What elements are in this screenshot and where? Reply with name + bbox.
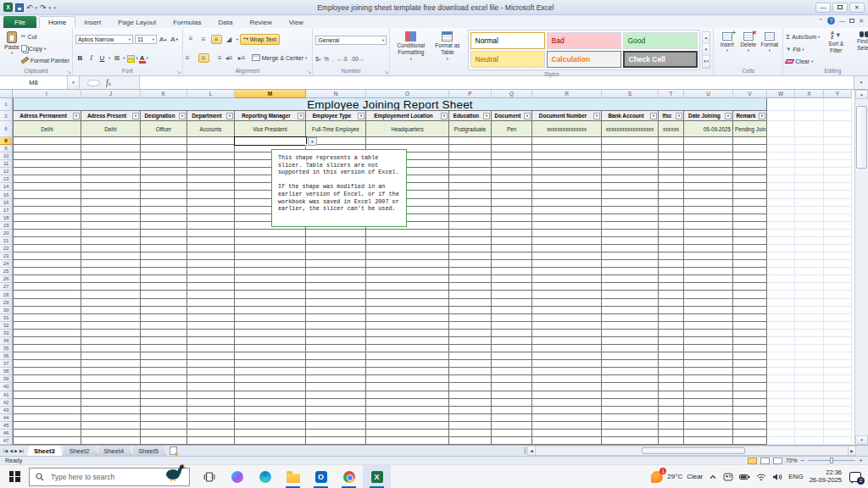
cell-N30[interactable]: [306, 307, 366, 314]
cell[interactable]: [795, 430, 824, 437]
cell-K39[interactable]: [141, 375, 187, 383]
cell-R28[interactable]: [532, 291, 602, 298]
cell-V17[interactable]: [733, 207, 767, 214]
cell-K37[interactable]: [141, 360, 187, 368]
cell[interactable]: [795, 175, 824, 183]
cell[interactable]: [795, 207, 824, 214]
cell-I32[interactable]: [13, 322, 81, 330]
cell-U34[interactable]: [684, 337, 733, 345]
cell-S28[interactable]: [602, 291, 659, 298]
cell-R24[interactable]: [532, 260, 602, 268]
cell-M39[interactable]: [235, 375, 306, 383]
cell-style-calculation[interactable]: Calculation: [547, 51, 621, 68]
cell-S35[interactable]: [602, 345, 659, 352]
row-header-21[interactable]: 21: [0, 237, 13, 245]
data-cell-J6[interactable]: Delhi: [81, 121, 141, 137]
cell[interactable]: [795, 375, 824, 383]
cell-V47[interactable]: [733, 437, 767, 445]
cell-J17[interactable]: [81, 207, 141, 214]
cell-style-good[interactable]: Good: [623, 32, 698, 49]
row-header-22[interactable]: 22: [0, 245, 13, 252]
cell-P35[interactable]: [449, 345, 492, 352]
cell[interactable]: [795, 345, 824, 352]
cell[interactable]: [824, 191, 852, 198]
cell[interactable]: [767, 399, 795, 407]
insert-function-button[interactable]: [87, 80, 100, 86]
cell[interactable]: [795, 299, 824, 307]
workbook-restore-icon[interactable]: [849, 19, 854, 23]
cell-N29[interactable]: [306, 299, 366, 307]
row-header-40[interactable]: 40: [0, 383, 13, 391]
cell-K42[interactable]: [141, 399, 187, 407]
cell[interactable]: [824, 307, 852, 314]
cell-V8[interactable]: [733, 137, 767, 145]
cell-R8[interactable]: [532, 137, 602, 145]
column-header-O[interactable]: O: [366, 90, 449, 98]
cell-P26[interactable]: [449, 275, 492, 283]
horizontal-scrollbar[interactable]: [536, 446, 848, 456]
zoom-level[interactable]: 70%: [786, 458, 798, 463]
cell-R23[interactable]: [532, 252, 602, 260]
cell-U15[interactable]: [684, 191, 733, 198]
cell-I30[interactable]: [13, 307, 81, 314]
maximize-button[interactable]: [832, 3, 848, 13]
cell-T38[interactable]: [659, 368, 684, 375]
cell-M23[interactable]: [235, 252, 306, 260]
cell-T11[interactable]: [659, 160, 684, 168]
cell[interactable]: [767, 322, 795, 330]
cell-I12[interactable]: [13, 168, 81, 175]
taskbar-search[interactable]: [29, 468, 190, 486]
cell-M36[interactable]: [235, 352, 306, 360]
cell-K41[interactable]: [141, 391, 187, 399]
row-header-1[interactable]: 1: [0, 98, 13, 111]
cell-O44[interactable]: [366, 414, 449, 422]
cell-T18[interactable]: [659, 214, 684, 222]
cell-I39[interactable]: [13, 375, 81, 383]
delete-cells-button[interactable]: ✕ Delete▾: [737, 30, 759, 67]
cell-U16[interactable]: [684, 199, 733, 207]
close-button[interactable]: ✕: [849, 3, 865, 13]
filter-icon-designation[interactable]: ▼: [179, 113, 186, 119]
cell-P27[interactable]: [449, 283, 492, 291]
cell-P30[interactable]: [449, 307, 492, 314]
cell-R25[interactable]: [532, 268, 602, 275]
cell[interactable]: [767, 337, 795, 345]
cell-S27[interactable]: [602, 283, 659, 291]
cell-U41[interactable]: [684, 391, 733, 399]
sheet-tab-sheet4[interactable]: Sheet4: [97, 446, 131, 456]
sheet-tab-sheet3[interactable]: Sheet3: [27, 446, 63, 456]
cell-I23[interactable]: [13, 252, 81, 260]
font-name-combo[interactable]: Aptos Narrow▾: [75, 35, 133, 44]
find-select-button[interactable]: Find & Select: [850, 30, 868, 67]
cell-I31[interactable]: [13, 314, 81, 322]
cell-S11[interactable]: [602, 160, 659, 168]
row-header-29[interactable]: 29: [0, 299, 13, 307]
cell[interactable]: [824, 237, 852, 245]
cell-P29[interactable]: [449, 299, 492, 307]
page-layout-view-icon[interactable]: [760, 458, 770, 464]
cell-K36[interactable]: [141, 352, 187, 360]
cell[interactable]: [767, 268, 795, 275]
cell-L42[interactable]: [187, 399, 235, 407]
cell-T19[interactable]: [659, 222, 684, 230]
cell-T30[interactable]: [659, 307, 684, 314]
cell-T44[interactable]: [659, 414, 684, 422]
cell-L18[interactable]: [187, 214, 235, 222]
cell[interactable]: [824, 121, 852, 137]
row-header-12[interactable]: 12: [0, 168, 13, 175]
cell-V38[interactable]: [733, 368, 767, 375]
file-explorer-button[interactable]: [279, 465, 307, 488]
cell-K28[interactable]: [141, 291, 187, 298]
cell-J8[interactable]: [81, 137, 141, 145]
cell-K32[interactable]: [141, 322, 187, 330]
minimize-button[interactable]: —: [815, 3, 831, 13]
cell-J12[interactable]: [81, 168, 141, 175]
slicer-placeholder-shape[interactable]: This shape represents a table slicer. Ta…: [271, 149, 407, 227]
cell-N25[interactable]: [306, 268, 366, 275]
cell[interactable]: [795, 145, 824, 152]
cell[interactable]: [824, 291, 852, 298]
cell-T39[interactable]: [659, 375, 684, 383]
cell-R16[interactable]: [532, 199, 602, 207]
bottom-align-button[interactable]: ≡: [211, 35, 222, 44]
decrease-font-icon[interactable]: A▼: [170, 35, 179, 44]
